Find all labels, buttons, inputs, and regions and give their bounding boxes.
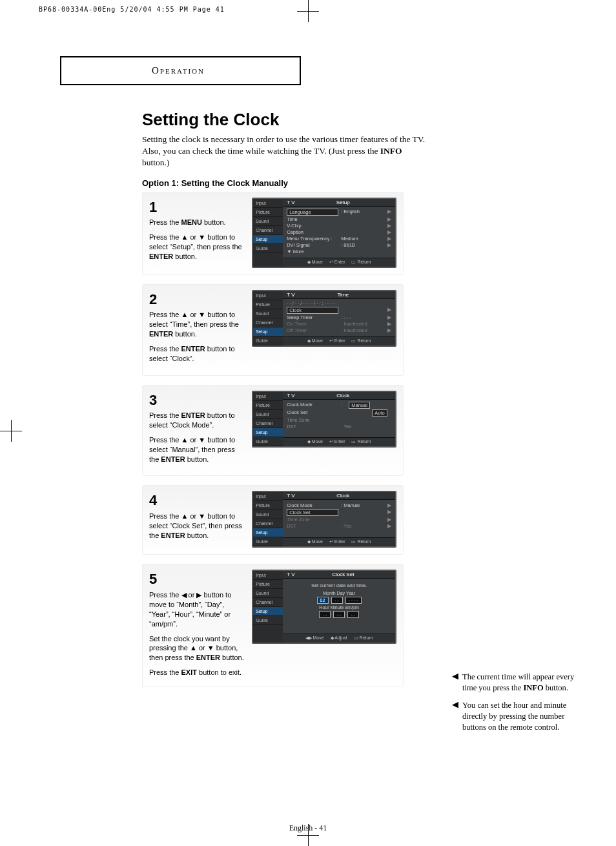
- v: : Inactivated: [341, 327, 367, 333]
- intro-info-button: INFO: [380, 146, 402, 156]
- row: Clock: [287, 307, 338, 314]
- step-5-screenshot: Input Picture Sound Channel Setup Guide …: [252, 570, 396, 644]
- crop-mark-left: [0, 420, 22, 442]
- head: Clock Set: [332, 572, 354, 577]
- hour-box: - -: [319, 611, 331, 618]
- chapter-title: Operation: [152, 65, 205, 76]
- v: : 861B: [341, 242, 355, 248]
- v: : Yes: [341, 424, 351, 429]
- a: ▶: [387, 502, 391, 508]
- intro-text-end: button.): [142, 158, 169, 167]
- t: Press the: [149, 411, 181, 419]
- head: Clock: [336, 493, 349, 499]
- f: Return: [357, 260, 371, 264]
- tv: T V: [287, 572, 294, 577]
- f: Move: [312, 439, 323, 444]
- tab: Setup: [253, 327, 283, 336]
- osd-head: Setup: [336, 200, 350, 205]
- tab: Guide: [253, 336, 283, 346]
- head: Time: [338, 292, 349, 298]
- a: ▶: [387, 509, 391, 516]
- tab: Setup: [253, 428, 283, 437]
- f: Enter: [334, 260, 345, 264]
- note-2: ◀ You can set the hour and minute direct…: [452, 700, 588, 733]
- step-5-number: 5: [149, 570, 245, 589]
- t: button.: [185, 531, 209, 539]
- t: button.: [202, 218, 226, 226]
- option-heading: Option 1: Setting the Clock Manually: [142, 178, 426, 188]
- row: Time Zone: [287, 517, 338, 522]
- tab: Channel: [253, 519, 283, 528]
- t: Press the ◀ or ▶ button to move to “Mont…: [149, 590, 245, 628]
- triangle-left-icon: ◀: [452, 700, 458, 733]
- year-box: - - - -: [345, 597, 362, 604]
- row: DST: [287, 424, 338, 429]
- date-placeholder: - - / - - / - - - - / - - : - - - -: [287, 301, 391, 305]
- f: Enter: [334, 539, 345, 544]
- f: Return: [357, 338, 371, 343]
- step-4-number: 4: [149, 491, 245, 510]
- enter-label: ENTER: [149, 330, 173, 338]
- f: Enter: [334, 338, 345, 343]
- row: Clock Mode: [287, 502, 338, 508]
- t: Press the: [149, 218, 181, 226]
- enter-label: ENTER: [161, 531, 185, 539]
- step-4: 4 Press the ▲ or ▼ button to select “Clo…: [142, 485, 404, 555]
- tab: Input: [253, 291, 283, 300]
- row: Clock Set: [287, 509, 338, 516]
- minute-box: - -: [333, 611, 345, 618]
- note-1: ◀ The current time will appear every tim…: [452, 672, 588, 694]
- tab: Guide: [253, 537, 283, 546]
- step-1: 1 Press the MENU button. Press the ▲ or …: [142, 192, 404, 275]
- tab: Input: [253, 392, 283, 401]
- a: ▶: [387, 523, 391, 529]
- step-2: 2 Press the ▲ or ▼ button to select “Tim…: [142, 284, 404, 376]
- step-2-text: 2 Press the ▲ or ▼ button to select “Tim…: [149, 290, 245, 369]
- f: Enter: [334, 439, 345, 444]
- step-3-text: 3 Press the ENTER button to select “Cloc…: [149, 391, 245, 469]
- f: Return: [357, 539, 371, 544]
- f: Return: [360, 635, 373, 640]
- enter-label: ENTER: [161, 455, 185, 463]
- tab-picture: Picture: [253, 208, 283, 217]
- step-4-screenshot: Input Picture Sound Channel Setup Guide …: [252, 491, 396, 548]
- v: : Inactivated: [341, 321, 367, 327]
- a: ▶: [387, 236, 391, 242]
- tab: Picture: [253, 580, 283, 589]
- f: Move: [312, 338, 323, 343]
- tab: Channel: [253, 419, 283, 428]
- row: Caption: [287, 229, 338, 235]
- step-5: 5 Press the ◀ or ▶ button to move to “Mo…: [142, 564, 404, 686]
- t: Press the: [149, 668, 181, 676]
- row: Menu Transparency :: [287, 236, 338, 242]
- row: Time: [287, 216, 338, 222]
- page-footer: English - 41: [0, 823, 616, 833]
- tv: T V: [287, 292, 294, 298]
- imposition-header: BP68-00334A-00Eng 5/20/04 4:55 PM Page 4…: [39, 6, 225, 13]
- f: Move: [313, 635, 324, 640]
- a: ▶: [387, 327, 391, 333]
- tab: Guide: [253, 437, 283, 446]
- tab: Input: [253, 571, 283, 580]
- ampm-box: - -: [347, 611, 359, 618]
- a: ▶: [387, 315, 391, 320]
- t: Press the: [149, 345, 181, 353]
- tab: Setup: [253, 607, 283, 616]
- row: Time Zone: [287, 417, 338, 423]
- a: ▶: [387, 307, 391, 314]
- intro-paragraph: Setting the clock is necessary in order …: [142, 134, 426, 169]
- tab: Sound: [253, 589, 283, 598]
- page-title: Setting the Clock: [142, 110, 426, 130]
- f: Move: [312, 539, 323, 544]
- v: :: [341, 402, 342, 409]
- tab-channel: Channel: [253, 226, 283, 235]
- tab-input: Input: [253, 199, 283, 208]
- step-3-number: 3: [149, 391, 245, 410]
- a: ▶: [387, 216, 391, 222]
- step-4-text: 4 Press the ▲ or ▼ button to select “Clo…: [149, 491, 245, 545]
- enter-label: ENTER: [181, 345, 205, 353]
- t: button.: [173, 330, 197, 338]
- tab-sound: Sound: [253, 217, 283, 226]
- note-1-end: button.: [544, 683, 568, 692]
- row: Sleep Timer: [287, 315, 338, 320]
